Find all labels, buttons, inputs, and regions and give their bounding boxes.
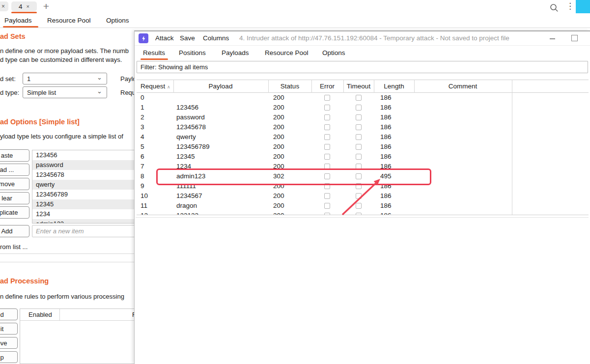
timeout-checkbox[interactable]: [356, 124, 362, 130]
intruder-subtabs: Payloads Resource Pool Options: [0, 13, 590, 28]
payload-column-header[interactable]: Payload: [209, 83, 233, 90]
payload-list-item[interactable]: qwerty: [32, 180, 135, 190]
remove-button[interactable]: move: [0, 178, 29, 190]
payload-list-item[interactable]: 12345: [32, 199, 135, 209]
load-button[interactable]: ad ...: [0, 164, 29, 176]
attack-window-tabs: Results Positions Payloads Resource Pool…: [135, 46, 590, 60]
payload-sets-description-line2: d type can be customized in different wa…: [0, 56, 122, 63]
error-checkbox[interactable]: [324, 213, 330, 215]
new-item-input[interactable]: [32, 225, 136, 237]
timeout-checkbox[interactable]: [356, 105, 362, 111]
edit-rule-button[interactable]: it: [0, 323, 18, 335]
chevron-down-icon: ⌄: [97, 74, 102, 81]
columns-menu[interactable]: Columns: [203, 34, 229, 42]
error-checkbox[interactable]: [324, 144, 330, 150]
filter-text: Filter: Showing all items: [140, 63, 208, 71]
timeout-checkbox[interactable]: [356, 154, 362, 160]
processing-table-header: Enabled R: [20, 309, 135, 321]
up-rule-button[interactable]: p: [0, 351, 18, 363]
error-checkbox[interactable]: [324, 203, 330, 209]
request-number: 3: [140, 123, 144, 131]
tab-options[interactable]: Options: [322, 49, 345, 56]
error-checkbox[interactable]: [324, 134, 330, 140]
error-checkbox[interactable]: [324, 193, 330, 199]
clear-button[interactable]: lear: [0, 192, 29, 204]
close-icon[interactable]: ×: [1, 3, 5, 10]
divider: [0, 262, 136, 262]
column-divider[interactable]: [343, 80, 344, 93]
payload-list-item[interactable]: 123456: [32, 150, 135, 160]
payload-options-description: yload type lets you configure a simple l…: [0, 133, 123, 140]
comment-column-header[interactable]: Comment: [449, 83, 478, 90]
overflow-menu-icon[interactable]: ⋮: [566, 1, 574, 11]
payload-sets-description-line1: n define one or more payload sets. The n…: [0, 47, 129, 55]
remove-rule-button[interactable]: ove: [0, 337, 18, 349]
column-divider[interactable]: [374, 80, 374, 93]
result-row[interactable]: 0 200 186: [137, 93, 589, 103]
result-row[interactable]: 5 123456789 200 186: [137, 142, 589, 152]
maximize-button[interactable]: [571, 35, 578, 41]
save-menu[interactable]: Save: [180, 34, 195, 42]
payload-list-item[interactable]: 123456789: [32, 190, 135, 199]
request-number: 9: [140, 182, 144, 190]
timeout-checkbox[interactable]: [356, 95, 362, 101]
new-tab-button[interactable]: +: [41, 0, 51, 12]
payload-list-item[interactable]: password: [32, 160, 135, 170]
status-column-header[interactable]: Status: [281, 83, 299, 90]
tab-payloads[interactable]: Payloads: [222, 49, 249, 56]
payload-list-item[interactable]: 12345678: [32, 170, 135, 180]
result-row[interactable]: 6 12345 200 186: [137, 152, 589, 162]
tab-positions[interactable]: Positions: [179, 49, 206, 56]
attack-menu[interactable]: Attack: [155, 34, 174, 42]
error-checkbox[interactable]: [324, 124, 330, 130]
deduplicate-button[interactable]: uplicate: [0, 206, 29, 219]
minimize-button[interactable]: [550, 38, 555, 39]
tab-4[interactable]: 4 ×: [11, 1, 37, 11]
tab-results[interactable]: Results: [143, 49, 165, 56]
close-icon[interactable]: ×: [27, 3, 29, 9]
timeout-checkbox[interactable]: [356, 144, 362, 150]
column-divider[interactable]: [268, 80, 269, 93]
status-code: 200: [273, 202, 284, 209]
result-row[interactable]: 1 123456 200 186: [137, 103, 589, 112]
payload-value: 1234567: [176, 192, 202, 199]
payload-type-select[interactable]: Simple list ⌄: [23, 86, 107, 98]
enabled-column-header[interactable]: Enabled: [28, 311, 52, 318]
timeout-column-header[interactable]: Timeout: [347, 83, 370, 90]
payload-list[interactable]: 123456password12345678qwerty123456789123…: [32, 150, 136, 224]
paste-button[interactable]: aste: [0, 149, 29, 162]
error-checkbox[interactable]: [324, 105, 330, 111]
timeout-checkbox[interactable]: [356, 134, 362, 140]
previous-tab-partial[interactable]: ×: [0, 1, 8, 11]
column-divider[interactable]: [414, 80, 415, 93]
search-icon[interactable]: [549, 3, 559, 13]
column-divider[interactable]: [311, 80, 312, 93]
error-column-header[interactable]: Error: [320, 83, 335, 90]
result-row[interactable]: 2 password 200 186: [137, 112, 589, 122]
add-rule-button[interactable]: d: [0, 308, 18, 320]
tab-options[interactable]: Options: [106, 17, 129, 24]
result-row[interactable]: 3 12345678 200 186: [137, 122, 589, 132]
error-checkbox[interactable]: [324, 114, 330, 120]
tab-resource-pool[interactable]: Resource Pool: [265, 49, 309, 56]
length-column-header[interactable]: Length: [384, 83, 404, 90]
payload-list-item[interactable]: 1234: [32, 209, 135, 219]
tab-resource-pool[interactable]: Resource Pool: [47, 17, 91, 24]
payload-options-heading: ad Options [Simple list]: [0, 118, 80, 126]
request-number: 2: [140, 113, 144, 121]
filter-bar[interactable]: Filter: Showing all items: [137, 61, 588, 73]
request-number: 10: [140, 192, 148, 199]
payload-set-select[interactable]: 1 ⌄: [23, 73, 107, 84]
error-checkbox[interactable]: [324, 95, 330, 101]
tab-payloads[interactable]: Payloads: [4, 17, 32, 24]
request-column-header[interactable]: Request ∧: [140, 83, 170, 90]
attack-window-titlebar[interactable]: Attack Save Columns 4. Intruder attack o…: [135, 31, 590, 46]
result-row[interactable]: 4 qwerty 200 186: [137, 132, 589, 142]
error-checkbox[interactable]: [324, 154, 330, 160]
add-button[interactable]: Add: [0, 225, 29, 237]
add-from-list-label[interactable]: rom list ...: [0, 243, 28, 251]
divider: [0, 253, 136, 254]
column-divider[interactable]: [173, 80, 174, 93]
payload-list-item[interactable]: admin123: [32, 219, 135, 224]
timeout-checkbox[interactable]: [356, 114, 362, 120]
